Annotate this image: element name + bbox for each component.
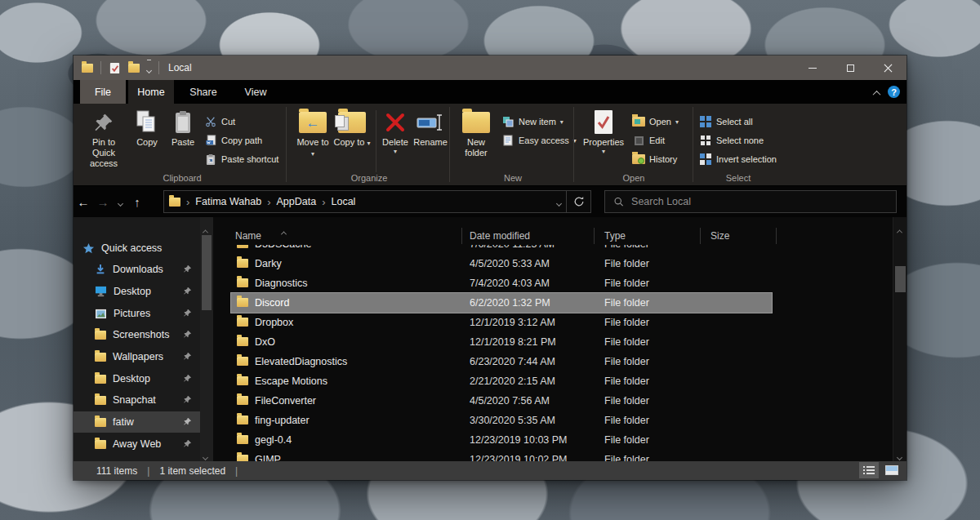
paste-shortcut-button[interactable]: Paste shortcut <box>204 151 278 167</box>
scrollbar-thumb[interactable] <box>895 266 906 292</box>
open-folder-icon <box>632 117 645 127</box>
file-row[interactable]: Darky 4/5/2020 5:33 AM File folder <box>213 254 893 273</box>
copy-path-button[interactable]: Copy path <box>204 132 262 149</box>
scroll-down-icon[interactable] <box>203 448 207 461</box>
column-header-name[interactable]: Name <box>235 227 261 245</box>
qat-properties-button[interactable] <box>109 62 121 74</box>
breadcrumb-separator-icon: › <box>261 196 276 208</box>
pin-icon[interactable] <box>183 352 192 361</box>
sidebar-item-wallpapers[interactable]: Wallpapers <box>74 346 200 367</box>
view-switcher <box>859 462 902 478</box>
collapse-ribbon-button[interactable] <box>874 85 880 100</box>
address-bar[interactable]: › Fatima Wahab › AppData › Local <box>163 190 567 213</box>
copy-to-button[interactable]: Copy to ▾ <box>333 108 371 167</box>
pin-icon[interactable] <box>183 374 192 383</box>
refresh-button[interactable] <box>567 190 591 213</box>
window-title: Local <box>168 62 192 73</box>
open-button[interactable]: Open ▾ <box>632 113 679 130</box>
tab-view[interactable]: View <box>233 80 278 104</box>
close-button[interactable] <box>869 56 906 80</box>
new-item-button[interactable]: New item ▾ <box>501 113 564 130</box>
sidebar-item-screenshots[interactable]: Screenshots <box>74 324 200 345</box>
sidebar-item-fatiw[interactable]: fatiw <box>74 411 200 433</box>
qat-new-folder-button[interactable] <box>128 64 140 73</box>
history-button[interactable]: History <box>632 151 677 167</box>
copy-button[interactable]: Copy <box>131 108 163 167</box>
pin-icon[interactable] <box>183 395 192 404</box>
list-scrollbar[interactable] <box>893 217 906 461</box>
sidebar-item-pictures[interactable]: Pictures <box>74 303 200 324</box>
sidebar-item-away-web[interactable]: Away Web <box>74 433 200 455</box>
sidebar-scrollbar[interactable] <box>200 217 213 461</box>
edit-button[interactable]: Edit <box>632 132 665 149</box>
titlebar[interactable]: Local <box>74 56 906 80</box>
search-box[interactable] <box>604 190 897 213</box>
paste-button[interactable]: Paste <box>165 108 201 167</box>
pin-icon[interactable] <box>183 264 192 273</box>
minimize-button[interactable] <box>794 56 831 80</box>
file-row[interactable]: FileConverter 4/5/2020 7:56 AM File fold… <box>213 391 893 411</box>
file-row[interactable]: Dropbox 12/1/2019 3:12 AM File folder <box>213 313 893 332</box>
recent-locations-button[interactable] <box>113 194 127 209</box>
file-row-selected[interactable]: Discord 6/2/2020 1:32 PM File folder <box>213 293 893 313</box>
rename-button[interactable]: Rename <box>412 108 449 167</box>
help-button[interactable]: ? <box>888 86 900 98</box>
pin-to-quick-access-button[interactable]: Pin to Quick access <box>80 108 127 167</box>
file-row[interactable]: fing-updater 3/30/2020 5:35 AM File fold… <box>213 411 893 430</box>
divider[interactable] <box>700 228 701 244</box>
pin-icon[interactable] <box>183 309 192 318</box>
file-row[interactable]: D3DSCache 7/6/2020 11:25 AM File folder <box>213 245 893 254</box>
divider[interactable] <box>461 228 462 244</box>
tab-file[interactable]: File <box>80 80 126 104</box>
column-header-size[interactable]: Size <box>710 227 729 245</box>
column-header-date-modified[interactable]: Date modified <box>470 227 530 245</box>
ribbon-group-new: New folder New item ▾ Easy access <box>454 104 572 185</box>
pin-icon[interactable] <box>183 330 192 339</box>
sidebar-item-quick-access[interactable]: Quick access <box>74 238 200 259</box>
forward-button[interactable]: → <box>93 195 113 209</box>
properties-button[interactable]: Properties▾ <box>580 108 627 167</box>
file-row[interactable]: Diagnostics 7/4/2020 4:03 AM File folder <box>213 273 893 293</box>
details-view-button[interactable] <box>859 462 879 478</box>
file-row[interactable]: ElevatedDiagnostics 6/23/2020 7:44 AM Fi… <box>213 352 893 371</box>
qat-customize-button[interactable] <box>147 60 151 76</box>
up-button[interactable]: ↑ <box>127 195 147 209</box>
back-button[interactable]: ← <box>74 195 93 209</box>
file-row[interactable]: gegl-0.4 12/23/2019 10:03 PM File folder <box>213 430 893 450</box>
easy-access-button[interactable]: Easy access ▾ <box>501 132 577 149</box>
scroll-up-icon[interactable] <box>898 222 902 237</box>
cut-button[interactable]: Cut <box>204 113 235 130</box>
tab-share[interactable]: Share <box>180 80 226 104</box>
divider[interactable] <box>776 228 777 244</box>
sidebar-item-downloads[interactable]: Downloads <box>74 259 200 280</box>
file-row[interactable]: Escape Motions 2/21/2020 2:15 AM File fo… <box>213 371 893 391</box>
address-dropdown-button[interactable] <box>557 194 561 209</box>
scissors-icon <box>205 116 216 127</box>
maximize-button[interactable] <box>831 56 869 80</box>
divider[interactable] <box>594 228 595 244</box>
column-header-type[interactable]: Type <box>604 227 626 245</box>
pin-icon[interactable] <box>183 417 192 426</box>
breadcrumb-segment-appdata[interactable]: AppData <box>277 196 317 207</box>
invert-selection-button[interactable]: Invert selection <box>699 151 777 167</box>
search-input[interactable] <box>631 196 888 207</box>
easy-access-icon <box>503 135 513 146</box>
file-row[interactable]: DxO 12/1/2019 8:21 PM File folder <box>213 332 893 352</box>
sidebar-item-desktop-folder[interactable]: Desktop <box>74 368 200 389</box>
select-none-button[interactable]: Select none <box>699 132 764 149</box>
sidebar-item-snapchat[interactable]: Snapchat <box>74 389 200 411</box>
file-row[interactable]: GIMP 12/23/2019 10:02 PM File folder <box>213 450 893 461</box>
delete-button[interactable]: Delete▾ <box>379 108 412 167</box>
tab-home[interactable]: Home <box>128 80 174 104</box>
breadcrumb-segment-local[interactable]: Local <box>332 196 356 207</box>
large-icons-view-button[interactable] <box>882 462 902 478</box>
move-to-button[interactable]: ← Move to ▾ <box>294 108 332 167</box>
select-all-button[interactable]: Select all <box>699 113 753 130</box>
scrollbar-thumb[interactable] <box>202 235 212 310</box>
scroll-down-icon[interactable] <box>898 448 902 461</box>
breadcrumb-segment-user[interactable]: Fatima Wahab <box>195 196 261 207</box>
pin-icon[interactable] <box>183 287 192 296</box>
sidebar-item-desktop[interactable]: Desktop <box>74 281 200 302</box>
pin-icon[interactable] <box>183 439 192 448</box>
new-folder-button[interactable]: New folder <box>456 108 497 167</box>
